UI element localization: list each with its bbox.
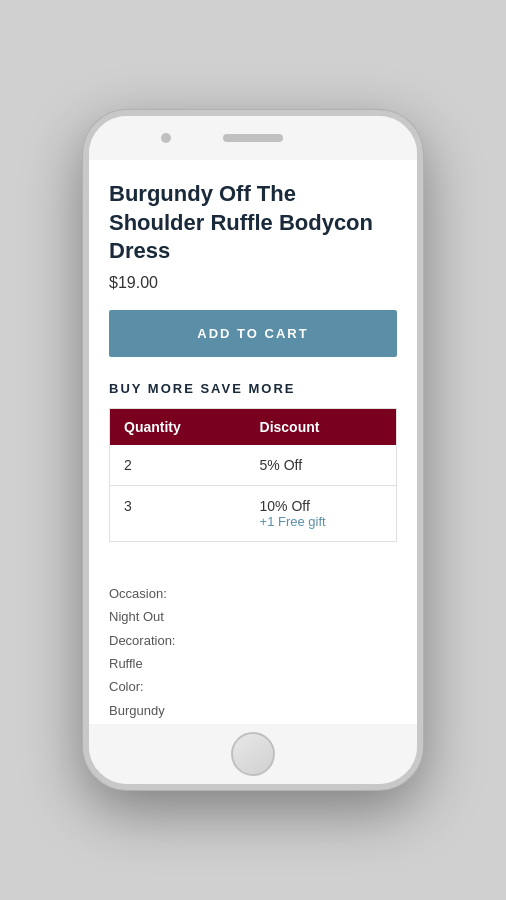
buy-more-title: BUY MORE SAVE MORE xyxy=(109,381,397,396)
table-header-quantity: Quantity xyxy=(110,408,246,445)
detail-occasion: Occasion: Night Out xyxy=(109,582,397,629)
table-cell-discount: 5% Off xyxy=(246,445,397,486)
phone-frame: Burgundy Off The Shoulder Ruffle Bodycon… xyxy=(83,110,423,790)
add-to-cart-button[interactable]: ADD TO CART xyxy=(109,310,397,357)
phone-camera xyxy=(161,133,171,143)
occasion-value: Night Out xyxy=(109,609,164,624)
discount-table: Quantity Discount 25% Off310% Off+1 Free… xyxy=(109,408,397,542)
table-cell-quantity: 2 xyxy=(110,445,246,486)
free-gift-label: +1 Free gift xyxy=(260,514,382,529)
table-cell-discount: 10% Off+1 Free gift xyxy=(246,485,397,541)
phone-bottom-bar xyxy=(89,724,417,784)
decoration-value: Ruffle xyxy=(109,656,143,671)
color-label: Color: xyxy=(109,679,144,694)
product-price: $19.00 xyxy=(109,274,397,292)
product-details: Occasion: Night Out Decoration: Ruffle C… xyxy=(109,572,397,724)
phone-top-bar xyxy=(89,116,417,160)
decoration-label: Decoration: xyxy=(109,633,175,648)
detail-decoration: Decoration: Ruffle xyxy=(109,629,397,676)
phone-speaker xyxy=(223,134,283,142)
table-row: 25% Off xyxy=(110,445,397,486)
table-header-discount: Discount xyxy=(246,408,397,445)
table-cell-quantity: 3 xyxy=(110,485,246,541)
screen-content: Burgundy Off The Shoulder Ruffle Bodycon… xyxy=(89,160,417,724)
product-title: Burgundy Off The Shoulder Ruffle Bodycon… xyxy=(109,180,397,266)
occasion-label: Occasion: xyxy=(109,586,167,601)
phone-home-button[interactable] xyxy=(231,732,275,776)
table-row: 310% Off+1 Free gift xyxy=(110,485,397,541)
color-value: Burgundy xyxy=(109,703,165,718)
detail-color: Color: Burgundy xyxy=(109,675,397,722)
